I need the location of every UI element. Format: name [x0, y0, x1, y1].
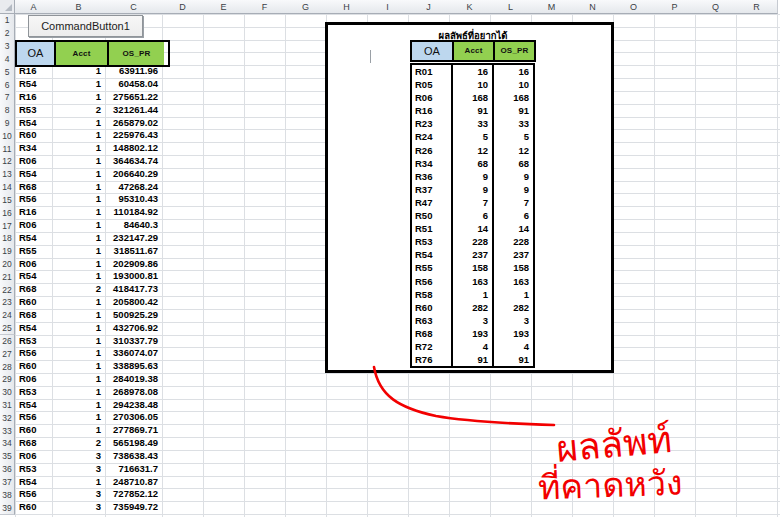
column-header-F[interactable]: F	[244, 0, 286, 14]
cell-A22[interactable]: R68	[16, 283, 52, 296]
row-header-4[interactable]: 4	[0, 52, 15, 66]
cell-A14[interactable]: R68	[16, 181, 52, 194]
cell-C8[interactable]: 321261.44	[106, 104, 162, 117]
cell-B13[interactable]: 1	[53, 168, 105, 181]
cell-B18[interactable]: 1	[53, 232, 105, 245]
cell-C7[interactable]: 275651.22	[106, 91, 162, 104]
cell-B26[interactable]: 1	[53, 335, 105, 348]
cell-B21[interactable]: 1	[53, 270, 105, 283]
main-header-acct[interactable]: Acct	[54, 42, 107, 66]
cell-C15[interactable]: 95310.43	[106, 193, 162, 206]
row-header-35[interactable]: 35	[0, 450, 15, 464]
row-header-22[interactable]: 22	[0, 283, 15, 297]
cell-B8[interactable]: 2	[53, 104, 105, 117]
column-header-O[interactable]: O	[613, 0, 655, 14]
cell-A34[interactable]: R68	[16, 437, 52, 450]
cell-C25[interactable]: 432706.92	[106, 322, 162, 335]
cell-C31[interactable]: 294238.48	[106, 399, 162, 412]
column-header-P[interactable]: P	[654, 0, 696, 14]
row-header-11[interactable]: 11	[0, 142, 15, 156]
cell-A15[interactable]: R56	[16, 193, 52, 206]
cell-C18[interactable]: 232147.29	[106, 232, 162, 245]
row-header-8[interactable]: 8	[0, 104, 15, 118]
row-header-6[interactable]: 6	[0, 78, 15, 92]
cell-A19[interactable]: R55	[16, 245, 52, 258]
cell-A16[interactable]: R16	[16, 206, 52, 219]
cell-C21[interactable]: 193000.81	[106, 270, 162, 283]
row-header-26[interactable]: 26	[0, 335, 15, 349]
cell-C35[interactable]: 738638.43	[106, 450, 162, 463]
row-header-17[interactable]: 17	[0, 219, 15, 233]
cell-B29[interactable]: 1	[53, 373, 105, 386]
cell-B27[interactable]: 1	[53, 347, 105, 360]
cell-B14[interactable]: 1	[53, 181, 105, 194]
row-header-5[interactable]: 5	[0, 65, 15, 79]
row-header-30[interactable]: 30	[0, 386, 15, 400]
cell-A36[interactable]: R53	[16, 463, 52, 476]
cell-A30[interactable]: R53	[16, 386, 52, 399]
cell-B10[interactable]: 1	[53, 129, 105, 142]
cell-A9[interactable]: R54	[16, 117, 52, 130]
cell-B16[interactable]: 1	[53, 206, 105, 219]
row-header-19[interactable]: 19	[0, 245, 15, 259]
column-header-B[interactable]: B	[52, 0, 106, 14]
cell-C33[interactable]: 277869.71	[106, 424, 162, 437]
row-header-14[interactable]: 14	[0, 181, 15, 195]
row-header-27[interactable]: 27	[0, 347, 15, 361]
cell-B39[interactable]: 3	[53, 501, 105, 514]
cell-C38[interactable]: 727852.12	[106, 488, 162, 501]
column-header-D[interactable]: D	[162, 0, 204, 14]
cell-C10[interactable]: 225976.43	[106, 129, 162, 142]
cell-B7[interactable]: 1	[53, 91, 105, 104]
result-picture-box[interactable]: ผลลัพธ์ที่อยากได้ OA Acct OS_PR R01R05R0…	[325, 22, 614, 373]
cell-A29[interactable]: R06	[16, 373, 52, 386]
cell-B24[interactable]: 1	[53, 309, 105, 322]
cell-C16[interactable]: 110184.92	[106, 206, 162, 219]
cell-A17[interactable]: R06	[16, 219, 52, 232]
main-header-oa[interactable]: OA	[17, 42, 54, 66]
cell-C39[interactable]: 735949.72	[106, 501, 162, 514]
column-header-M[interactable]: M	[531, 0, 573, 14]
cell-B22[interactable]: 2	[53, 283, 105, 296]
command-button[interactable]: CommandButton1	[28, 15, 143, 37]
column-header-G[interactable]: G	[285, 0, 327, 14]
row-header-37[interactable]: 37	[0, 476, 15, 490]
cell-B31[interactable]: 1	[53, 399, 105, 412]
cell-B33[interactable]: 1	[53, 424, 105, 437]
row-header-9[interactable]: 9	[0, 117, 15, 131]
cell-B38[interactable]: 3	[53, 488, 105, 501]
cell-A25[interactable]: R54	[16, 322, 52, 335]
cell-B11[interactable]: 1	[53, 142, 105, 155]
row-header-36[interactable]: 36	[0, 463, 15, 477]
cell-C34[interactable]: 565198.49	[106, 437, 162, 450]
row-header-12[interactable]: 12	[0, 155, 15, 169]
cell-C32[interactable]: 270306.05	[106, 411, 162, 424]
cell-A35[interactable]: R06	[16, 450, 52, 463]
cell-C27[interactable]: 336074.07	[106, 347, 162, 360]
row-header-25[interactable]: 25	[0, 322, 15, 336]
cell-C30[interactable]: 268978.08	[106, 386, 162, 399]
row-header-24[interactable]: 24	[0, 309, 15, 323]
row-header-33[interactable]: 33	[0, 424, 15, 438]
row-header-18[interactable]: 18	[0, 232, 15, 246]
cell-B25[interactable]: 1	[53, 322, 105, 335]
cell-C6[interactable]: 60458.04	[106, 78, 162, 91]
cell-B30[interactable]: 1	[53, 386, 105, 399]
cell-A37[interactable]: R54	[16, 476, 52, 489]
cell-C37[interactable]: 248710.87	[106, 476, 162, 489]
cell-C26[interactable]: 310337.79	[106, 335, 162, 348]
cell-A23[interactable]: R60	[16, 296, 52, 309]
cell-A39[interactable]: R60	[16, 501, 52, 514]
column-header-I[interactable]: I	[367, 0, 409, 14]
row-header-3[interactable]: 3	[0, 40, 15, 54]
cell-B19[interactable]: 1	[53, 245, 105, 258]
select-all-corner[interactable]	[0, 0, 15, 14]
cell-B32[interactable]: 1	[53, 411, 105, 424]
cell-A6[interactable]: R54	[16, 78, 52, 91]
column-header-C[interactable]: C	[105, 0, 163, 14]
cell-B23[interactable]: 1	[53, 296, 105, 309]
cell-B20[interactable]: 1	[53, 258, 105, 271]
cell-C36[interactable]: 716631.7	[106, 463, 162, 476]
row-header-32[interactable]: 32	[0, 411, 15, 425]
cell-A8[interactable]: R53	[16, 104, 52, 117]
